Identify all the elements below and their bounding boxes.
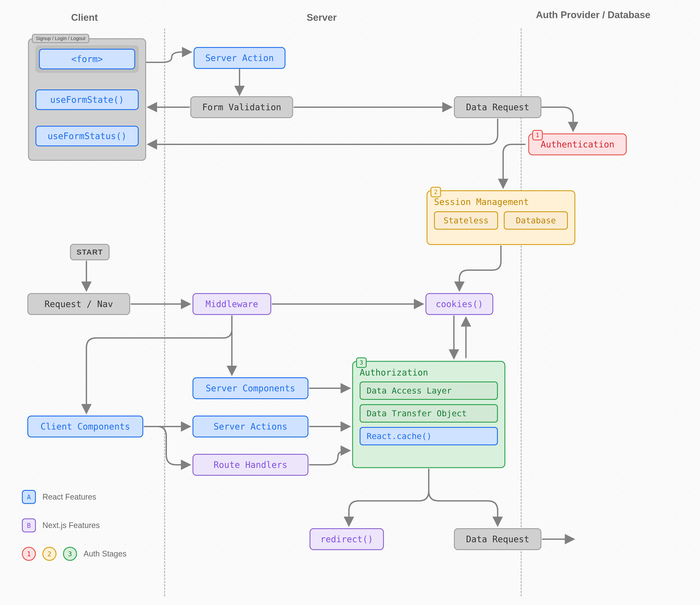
legend-badge-b: B (22, 519, 36, 532)
legend-stages: 1 2 3 Auth Stages (22, 547, 126, 561)
session-stateless: Stateless (434, 211, 498, 230)
auth-stage-badge-1: 1 (532, 130, 543, 141)
redirect-box: redirect() (309, 528, 384, 550)
data-request-top-box: Data Request (454, 96, 542, 118)
session-database: Database (504, 211, 568, 230)
middleware-box: Middleware (193, 293, 271, 315)
use-form-state: useFormState() (35, 90, 139, 110)
auth-stage-badge-3: 3 (356, 357, 367, 368)
session-management-title: Session Management (427, 191, 574, 207)
session-management-panel: 2 Session Management Stateless Database (427, 190, 575, 245)
column-title-server: Server (307, 12, 337, 23)
react-cache: React.cache() (359, 427, 498, 445)
column-title-auth: Auth Provider / Database (536, 9, 650, 21)
authorization-panel: 3 Authorization Data Access Layer Data T… (352, 361, 505, 468)
server-action-box: Server Action (194, 47, 285, 69)
legend-stages-label: Auth Stages (83, 549, 126, 558)
data-access-layer: Data Access Layer (359, 381, 498, 400)
authentication-box: 1 Authentication (528, 133, 627, 155)
server-actions-box: Server Actions (193, 415, 308, 437)
route-handlers-box: Route Handlers (193, 454, 308, 476)
legend-circle-2: 2 (43, 547, 56, 561)
use-form-status: useFormStatus() (35, 126, 139, 146)
request-nav-box: Request / Nav (27, 293, 130, 315)
legend-next: B Next.js Features (22, 519, 100, 532)
legend-react: A React Features (22, 490, 96, 504)
column-title-client: Client (71, 12, 98, 23)
start-label: START (70, 244, 109, 260)
legend-next-label: Next.js Features (43, 521, 100, 530)
data-request-bottom-box: Data Request (454, 528, 542, 550)
legend-react-label: React Features (43, 493, 96, 502)
authorization-title: Authorization (353, 362, 504, 381)
legend-circle-3: 3 (63, 547, 77, 561)
client-panel-tag: Signup / Login / Logout (32, 34, 89, 43)
legend-circle-1: 1 (22, 547, 36, 561)
divider-client-server (164, 28, 165, 596)
auth-stage-badge-2: 2 (430, 187, 441, 197)
form-validation-box: Form Validation (190, 96, 293, 118)
legend-badge-a: A (22, 490, 36, 504)
client-signup-panel: Signup / Login / Logout <form> useFormSt… (28, 38, 146, 161)
form-element: <form> (39, 49, 135, 69)
authentication-label: Authentication (541, 139, 614, 149)
cookies-box: cookies() (425, 293, 493, 315)
server-components-box: Server Components (193, 377, 308, 399)
data-transfer-object: Data Transfer Object (359, 404, 498, 423)
client-components-box: Client Components (27, 415, 143, 437)
